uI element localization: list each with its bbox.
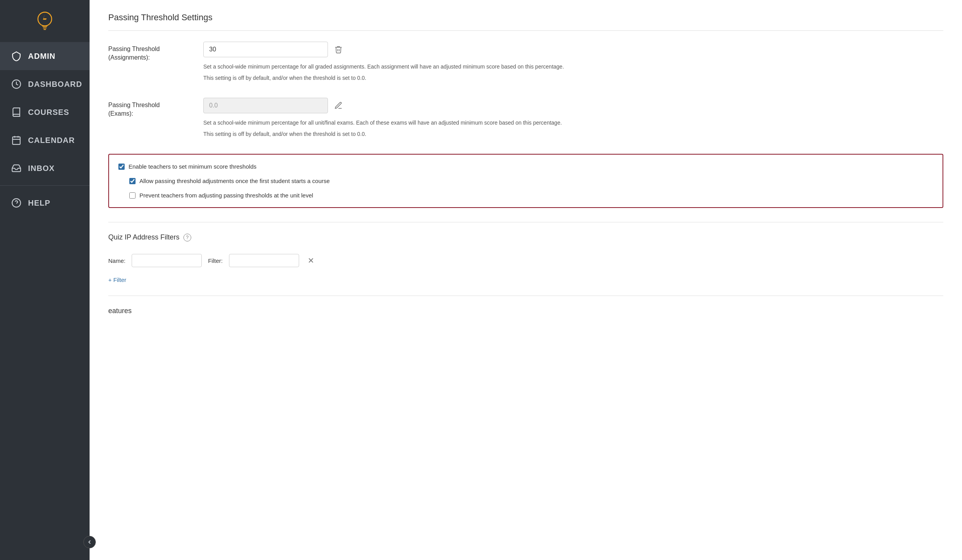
quiz-help-circle[interactable]: ? [183,234,191,241]
prevent-teachers-label: Prevent teachers from adjusting passing … [139,191,313,199]
main-content: Passing Threshold Settings Passing Thres… [90,0,962,560]
exams-help1: Set a school-wide minimum percentage for… [203,119,943,127]
svg-rect-4 [44,29,46,30]
exams-content: Set a school-wide minimum percentage for… [203,98,943,141]
help-icon [11,197,22,208]
admin-label: ADMIN [28,52,56,61]
help-label: HELP [28,199,50,208]
logo-icon [34,11,56,33]
name-label: Name: [108,257,125,264]
checkbox-section: Enable teachers to set minimum score thr… [108,154,943,208]
exams-row: Passing Threshold(Exams): Set a school-w… [108,98,943,141]
assignments-content: Set a school-wide minimum percentage for… [203,42,943,85]
assignments-row: Passing Threshold(Assignments): Set a sc… [108,42,943,85]
svg-rect-6 [12,137,20,144]
features-label: eatures [108,307,132,315]
enable-teachers-label: Enable teachers to set minimum score thr… [129,162,256,171]
features-section: eatures [108,307,943,315]
enable-teachers-checkbox[interactable] [118,164,125,170]
exams-help2: This setting is off by default, and/or w… [203,130,943,138]
prevent-teachers-checkbox[interactable] [129,192,136,199]
sidebar: ADMIN DASHBOARD COURSES [0,0,90,560]
logo-area [0,0,90,42]
filter-row: Name: Filter: ✕ [108,248,943,267]
allow-adjustments-label: Allow passing threshold adjustments once… [139,177,330,185]
filter-label: Filter: [208,257,223,264]
filter-input[interactable] [229,254,299,267]
exams-edit-button[interactable] [333,100,344,111]
checkbox-item-2: Allow passing threshold adjustments once… [129,177,933,185]
assignments-delete-button[interactable] [333,44,344,55]
nav-items: ADMIN DASHBOARD COURSES [0,42,90,217]
dashboard-icon [11,79,22,90]
assignments-help1: Set a school-wide minimum percentage for… [203,63,943,71]
add-filter-button[interactable]: + Filter [108,275,126,285]
book-icon [11,107,22,118]
sidebar-collapse-button[interactable] [83,536,96,548]
nav-divider [0,185,90,186]
inbox-label: INBOX [28,164,55,173]
svg-rect-3 [43,27,47,28]
quiz-divider [108,222,943,222]
exams-input-row [203,98,943,113]
sidebar-item-courses[interactable]: COURSES [0,98,90,126]
features-divider [108,296,943,296]
exams-input[interactable] [203,98,328,113]
calendar-icon [11,135,22,146]
name-input[interactable] [132,254,202,267]
assignments-input[interactable] [203,42,328,57]
sidebar-item-inbox[interactable]: INBOX [0,154,90,182]
checkbox-item-3: Prevent teachers from adjusting passing … [129,191,933,199]
courses-label: COURSES [28,108,69,117]
assignments-input-row [203,42,943,57]
quiz-ip-section-heading: Quiz IP Address Filters ? [108,233,943,241]
allow-adjustments-checkbox[interactable] [129,178,136,184]
title-divider [108,30,943,31]
add-filter-label: + Filter [108,276,126,283]
page-title: Passing Threshold Settings [108,12,943,23]
remove-filter-button[interactable]: ✕ [305,255,317,266]
checkbox-item-1: Enable teachers to set minimum score thr… [118,162,933,171]
calendar-label: CALENDAR [28,136,75,145]
sidebar-item-calendar[interactable]: CALENDAR [0,126,90,154]
assignments-label: Passing Threshold(Assignments): [108,42,194,62]
exams-label: Passing Threshold(Exams): [108,98,194,118]
svg-marker-1 [43,14,47,25]
shield-icon [11,51,22,62]
sidebar-item-help[interactable]: HELP [0,189,90,217]
dashboard-label: DASHBOARD [28,80,82,89]
quiz-ip-label: Quiz IP Address Filters [108,233,180,241]
sidebar-item-admin[interactable]: ADMIN [0,42,90,70]
sidebar-item-dashboard[interactable]: DASHBOARD [0,70,90,98]
svg-rect-2 [42,26,48,26]
inbox-icon [11,163,22,174]
assignments-help2: This setting is off by default, and/or w… [203,74,943,82]
